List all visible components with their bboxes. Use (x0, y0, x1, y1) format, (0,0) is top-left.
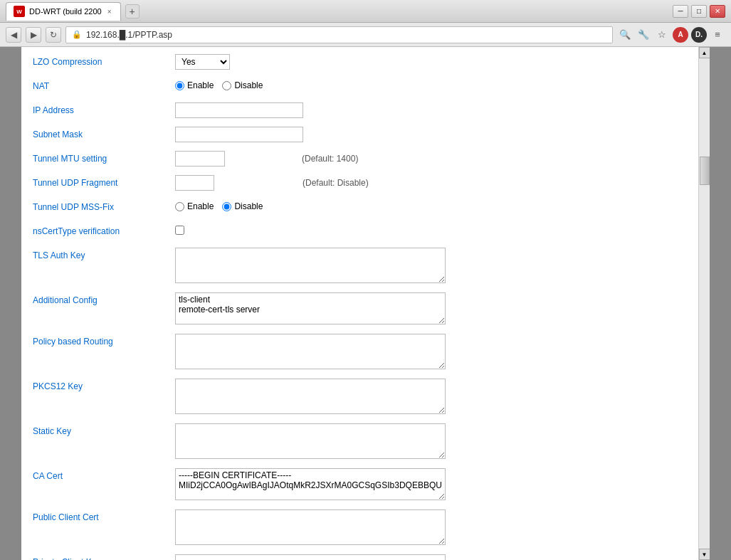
cacert-label: CA Cert (33, 468, 175, 481)
privclient-label: Private Client Key (33, 554, 175, 560)
url-bar[interactable]: 🔒 192.168.█.1/PPTP.asp (65, 26, 613, 43)
new-tab-button[interactable]: + (125, 4, 140, 19)
page-content: LZO Compression Yes No Adaptive NAT (21, 47, 698, 560)
policy-row: Policy based Routing (33, 332, 687, 373)
right-panel (710, 47, 731, 560)
nat-enable-label[interactable]: Enable (175, 80, 214, 90)
tls-control (175, 248, 687, 285)
left-panel (0, 47, 21, 560)
tls-label: TLS Auth Key (33, 248, 175, 260)
scroll-thumb[interactable] (700, 157, 710, 185)
mssfix-disable-text: Disable (234, 201, 263, 211)
additional-control: tls-client remote-cert-tls server (175, 292, 687, 327)
ext2-icon[interactable]: D. (691, 27, 707, 43)
nscert-row: nsCertType verification (33, 222, 687, 242)
search-icon[interactable]: 🔍 (617, 27, 633, 43)
mtu-input[interactable]: 1500 (175, 151, 225, 167)
fragment-row: Tunnel UDP Fragment (Default: Disable) (33, 174, 687, 194)
pkcs-textarea[interactable] (175, 379, 446, 414)
tls-textarea[interactable] (175, 248, 446, 283)
static-textarea[interactable] (175, 423, 446, 459)
tab-title: DD-WRT (build 2200 (29, 7, 102, 16)
cacert-control: -----BEGIN CERTIFICATE----- MIiD2jCCA0Og… (175, 468, 687, 502)
policy-control (175, 334, 687, 371)
pubclient-control (175, 509, 687, 547)
fragment-input[interactable] (175, 175, 214, 191)
ip-row: IP Address (33, 101, 687, 121)
static-row: Static Key (33, 422, 687, 463)
lock-icon: 🔒 (72, 30, 82, 39)
additional-row: Additional Config tls-client remote-cert… (33, 291, 687, 328)
nat-disable-text: Disable (234, 80, 263, 90)
privclient-control (175, 554, 687, 560)
ip-label: IP Address (33, 102, 175, 115)
address-bar: ◀ ▶ ↻ 🔒 192.168.█.1/PPTP.asp 🔍 🔧 ☆ A D. … (0, 23, 731, 47)
pkcs-label: PKCS12 Key (33, 379, 175, 391)
forward-button[interactable]: ▶ (26, 27, 41, 43)
url-text: 192.168.█.1/PPTP.asp (86, 30, 606, 40)
content-area: LZO Compression Yes No Adaptive NAT (0, 47, 731, 560)
scroll-down-arrow[interactable]: ▼ (699, 549, 710, 560)
nat-enable-radio[interactable] (175, 81, 184, 90)
fragment-label: Tunnel UDP Fragment (33, 175, 175, 188)
maximize-button[interactable]: □ (691, 5, 707, 18)
privclient-textarea[interactable] (175, 554, 446, 560)
pubclient-row: Public Client Cert (33, 508, 687, 549)
refresh-button[interactable]: ↻ (46, 27, 61, 43)
cacert-textarea[interactable]: -----BEGIN CERTIFICATE----- MIiD2jCCA0Og… (175, 468, 446, 500)
window-controls: ─ □ ✕ (673, 5, 725, 18)
back-button[interactable]: ◀ (6, 27, 21, 43)
minimize-button[interactable]: ─ (673, 5, 688, 18)
mssfix-control: Enable Disable (175, 199, 687, 211)
ext1-icon[interactable]: A (673, 27, 688, 43)
title-bar: W DD-WRT (build 2200 × + ─ □ ✕ (0, 0, 731, 23)
lzo-control: Yes No Adaptive (175, 54, 687, 70)
scroll-up-arrow[interactable]: ▲ (699, 47, 710, 58)
nat-disable-label[interactable]: Disable (222, 80, 263, 90)
pubclient-textarea[interactable] (175, 509, 446, 545)
mssfix-enable-radio[interactable] (175, 202, 184, 211)
privclient-row: Private Client Key (33, 553, 687, 560)
menu-icon[interactable]: ≡ (710, 27, 725, 43)
additional-textarea[interactable]: tls-client remote-cert-tls server (175, 292, 446, 324)
lzo-select[interactable]: Yes No Adaptive (175, 54, 230, 70)
toolbar-icons: 🔍 🔧 ☆ A D. ≡ (617, 27, 725, 43)
subnet-label: Subnet Mask (33, 127, 175, 139)
scrollbar[interactable]: ▲ ▼ (698, 47, 710, 560)
subnet-control (175, 127, 687, 142)
nat-label: NAT (33, 78, 175, 91)
mtu-default: (Default: 1400) (302, 154, 358, 164)
fragment-control: (Default: Disable) (175, 175, 687, 191)
mtu-label: Tunnel MTU setting (33, 151, 175, 164)
policy-label: Policy based Routing (33, 334, 175, 347)
fragment-default: (Default: Disable) (303, 178, 369, 188)
star-icon[interactable]: ☆ (654, 27, 670, 43)
mssfix-enable-label[interactable]: Enable (175, 201, 214, 211)
close-button[interactable]: ✕ (710, 5, 725, 18)
policy-textarea[interactable] (175, 334, 446, 369)
mssfix-disable-radio[interactable] (222, 202, 231, 211)
nscert-checkbox[interactable] (175, 226, 184, 235)
nat-disable-radio[interactable] (222, 81, 231, 90)
mssfix-label: Tunnel UDP MSS-Fix (33, 199, 175, 212)
pubclient-label: Public Client Cert (33, 509, 175, 522)
scroll-track[interactable] (699, 58, 710, 549)
mtu-row: Tunnel MTU setting 1500 (Default: 1400) (33, 149, 687, 169)
tls-row: TLS Auth Key (33, 246, 687, 287)
mssfix-enable-text: Enable (187, 201, 214, 211)
mssfix-disable-label[interactable]: Disable (222, 201, 263, 211)
browser-tab[interactable]: W DD-WRT (build 2200 × (6, 2, 121, 21)
nscert-label: nsCertType verification (33, 223, 175, 236)
subnet-input[interactable] (175, 127, 303, 142)
nat-row: NAT Enable Disable (33, 77, 687, 97)
title-bar-left: W DD-WRT (build 2200 × + (6, 2, 673, 21)
wrench-icon[interactable]: 🔧 (636, 27, 651, 43)
static-control (175, 423, 687, 461)
form-container: LZO Compression Yes No Adaptive NAT (21, 47, 698, 560)
ip-input[interactable] (175, 102, 303, 118)
mtu-control: 1500 (Default: 1400) (175, 151, 687, 167)
pkcs-row: PKCS12 Key (33, 377, 687, 418)
cacert-row: CA Cert -----BEGIN CERTIFICATE----- MIiD… (33, 467, 687, 504)
pkcs-control (175, 379, 687, 416)
tab-close-button[interactable]: × (106, 8, 113, 16)
